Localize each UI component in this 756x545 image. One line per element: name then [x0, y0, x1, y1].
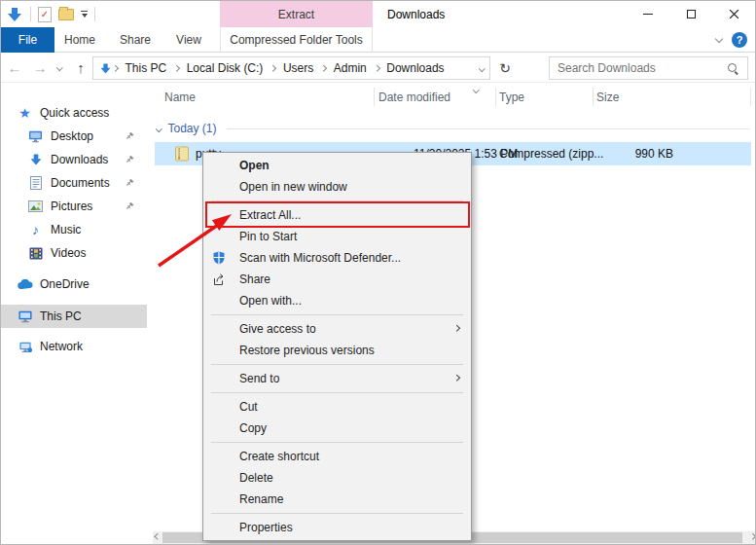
minimize-button[interactable]	[627, 1, 669, 27]
menu-item-copy[interactable]: Copy	[203, 418, 471, 439]
sidebar-item-music[interactable]: ♪ Music	[1, 218, 147, 241]
column-divider[interactable]	[750, 88, 751, 106]
column-name[interactable]: Name	[164, 84, 196, 110]
group-header-today[interactable]: Today (1)	[157, 119, 749, 138]
group-collapse-chevron-icon[interactable]	[156, 126, 162, 131]
menu-separator	[211, 314, 463, 315]
tab-file[interactable]: File	[1, 27, 54, 53]
pin-icon	[125, 154, 134, 167]
sidebar-item-videos[interactable]: Videos	[1, 241, 147, 265]
breadcrumb-chevron-icon	[374, 65, 379, 71]
help-icon[interactable]: ?	[732, 32, 747, 48]
scroll-right-icon[interactable]	[749, 533, 755, 539]
menu-separator	[211, 442, 463, 443]
menu-item-delete[interactable]: Delete	[203, 467, 471, 489]
contextual-tab-header: Extract	[220, 1, 373, 27]
document-icon	[27, 176, 44, 190]
annotation-arrow	[145, 192, 257, 281]
downloads-arrow-icon	[27, 153, 44, 166]
column-header-row: Name Date modified Type Size	[153, 84, 756, 110]
sidebar-item-downloads[interactable]: Downloads	[1, 148, 147, 171]
breadcrumb-chevron-icon	[112, 65, 118, 71]
breadcrumb-chevron-icon	[173, 65, 179, 71]
ribbon-tab-row: File Home Share View Compressed Folder T…	[1, 27, 755, 53]
menu-item-restore-previous-versions[interactable]: Restore previous versions	[203, 340, 471, 361]
quick-access-toolbar: ✓	[6, 1, 95, 27]
downloads-folder-icon[interactable]	[6, 6, 23, 23]
music-note-icon: ♪	[27, 222, 44, 237]
menu-separator	[211, 513, 463, 514]
column-date-modified[interactable]: Date modified	[378, 84, 450, 110]
scroll-left-icon[interactable]	[155, 533, 161, 539]
recent-locations-chevron-icon[interactable]	[56, 64, 62, 70]
pin-icon	[125, 177, 134, 191]
menu-item-cut[interactable]: Cut	[203, 396, 471, 418]
column-divider[interactable]	[495, 88, 496, 106]
column-divider[interactable]	[374, 88, 375, 106]
window-controls	[627, 1, 755, 27]
menu-item-properties[interactable]: Properties	[203, 517, 471, 538]
breadcrumb-downloads[interactable]: Downloads	[379, 61, 450, 75]
up-icon[interactable]: ↑	[71, 53, 90, 83]
sidebar-item-documents[interactable]: Documents	[1, 171, 147, 195]
sidebar-item-onedrive[interactable]: OneDrive	[1, 272, 147, 296]
tab-share[interactable]: Share	[110, 27, 161, 53]
toolbar-divider	[30, 7, 31, 21]
breadcrumb-this-pc[interactable]: This PC	[119, 61, 174, 75]
search-box	[549, 56, 748, 80]
address-bar[interactable]: This PC Local Disk (C:) Users Admin Down…	[92, 56, 490, 80]
breadcrumb-local-disk-c[interactable]: Local Disk (C:)	[180, 61, 270, 75]
window-title: Downloads	[387, 1, 445, 27]
maximize-button[interactable]	[669, 1, 712, 27]
breadcrumb-chevron-icon	[270, 65, 275, 71]
menu-item-open-with[interactable]: Open with...	[203, 290, 471, 311]
submenu-chevron-icon	[453, 325, 459, 331]
menu-item-rename[interactable]: Rename	[203, 489, 471, 510]
menu-item-give-access-to[interactable]: Give access to	[203, 318, 471, 340]
file-size: 990 KB	[593, 142, 673, 165]
sort-chevron-icon[interactable]	[473, 87, 479, 92]
zip-file-icon	[174, 142, 190, 165]
ribbon-collapse-chevron-icon[interactable]	[715, 35, 723, 43]
menu-item-send-to[interactable]: Send to	[203, 368, 471, 389]
refresh-icon[interactable]: ↻	[494, 56, 516, 80]
film-icon	[27, 247, 44, 260]
sidebar-item-pictures[interactable]: Pictures	[1, 195, 147, 218]
desktop-monitor-icon	[27, 129, 44, 143]
tab-view[interactable]: View	[164, 27, 213, 53]
search-input[interactable]	[558, 61, 727, 75]
sidebar-item-desktop[interactable]: Desktop	[1, 125, 147, 148]
column-divider[interactable]	[593, 88, 594, 106]
computer-icon	[17, 309, 33, 323]
breadcrumb-users[interactable]: Users	[276, 61, 320, 75]
quick-access-star-icon: ★	[17, 105, 33, 121]
picture-icon	[27, 200, 44, 212]
toolbar-divider	[94, 7, 95, 21]
address-dropdown-chevron-icon[interactable]	[479, 65, 485, 71]
column-size[interactable]: Size	[596, 84, 619, 110]
network-icon	[17, 340, 33, 353]
menu-separator	[211, 392, 463, 393]
new-folder-icon[interactable]	[58, 9, 74, 20]
back-icon[interactable]: ←	[5, 53, 24, 83]
tab-compressed-folder-tools[interactable]: Compressed Folder Tools	[220, 27, 373, 53]
breadcrumb-chevron-icon	[320, 65, 326, 71]
menu-item-open[interactable]: Open	[203, 155, 471, 176]
submenu-chevron-icon	[453, 375, 459, 381]
customize-toolbar-caret-icon[interactable]	[81, 11, 88, 18]
sidebar-item-quick-access[interactable]: ★ Quick access	[1, 101, 147, 125]
breadcrumb-admin[interactable]: Admin	[327, 61, 374, 75]
sidebar-item-this-pc[interactable]: This PC	[1, 305, 147, 328]
title-bar: ✓ Extract Downloads	[1, 1, 755, 27]
column-type[interactable]: Type	[499, 84, 524, 110]
properties-check-icon[interactable]: ✓	[38, 7, 52, 22]
close-button[interactable]	[712, 1, 755, 27]
menu-item-create-shortcut[interactable]: Create shortcut	[203, 446, 471, 467]
tab-home[interactable]: Home	[55, 27, 104, 53]
sidebar-item-network[interactable]: Network	[1, 335, 147, 358]
pin-icon	[125, 130, 134, 144]
onedrive-cloud-icon	[17, 279, 33, 290]
forward-icon[interactable]: →	[30, 53, 50, 83]
navigation-pane: ★ Quick access Desktop Downloads	[1, 84, 152, 544]
search-icon[interactable]	[727, 62, 739, 75]
